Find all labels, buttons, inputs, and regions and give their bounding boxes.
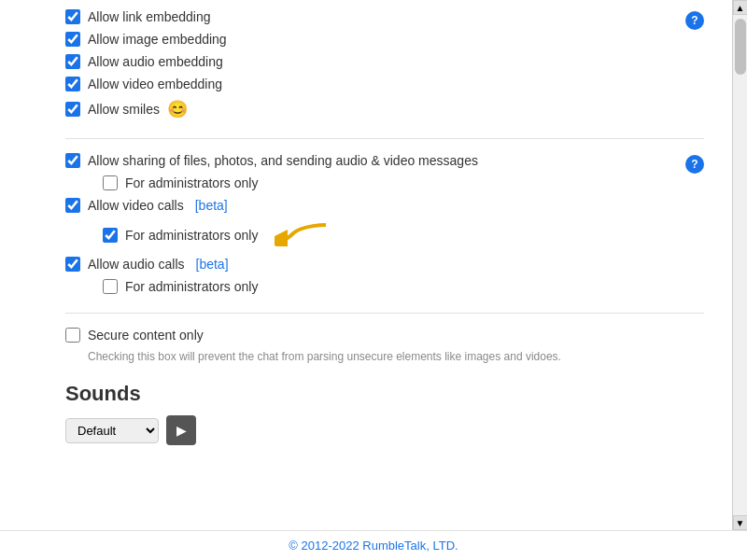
divider-2 bbox=[65, 313, 704, 314]
secure-content-label: Secure content only bbox=[88, 328, 204, 343]
video-calls-admin-only-label: For administrators only bbox=[125, 228, 258, 243]
audio-calls-admin-only-row: For administrators only bbox=[103, 279, 704, 294]
sharing-section: Allow sharing of files, photos, and send… bbox=[65, 153, 704, 294]
footer-text: © 2012-2022 RumbleTalk, LTD. bbox=[289, 539, 458, 553]
allow-video-calls-checkbox[interactable] bbox=[65, 198, 80, 213]
video-calls-beta-label: [beta] bbox=[195, 198, 228, 213]
help-icon-sharing[interactable]: ? bbox=[685, 155, 704, 174]
sounds-select[interactable]: Default bbox=[65, 418, 159, 443]
video-calls-admin-only-checkbox[interactable] bbox=[103, 228, 118, 243]
secure-content-checkbox[interactable] bbox=[65, 328, 80, 343]
main-content: Allow link embedding ? Allow image embed… bbox=[0, 0, 747, 530]
allow-sharing-checkbox[interactable] bbox=[65, 153, 80, 168]
link-embedding-row: Allow link embedding ? bbox=[65, 9, 704, 32]
allow-link-embedding-checkbox[interactable] bbox=[65, 9, 80, 24]
arrow-indicator bbox=[275, 220, 331, 249]
allow-link-embedding-label: Allow link embedding bbox=[88, 9, 211, 24]
scrollbar-thumb[interactable] bbox=[735, 19, 746, 75]
play-button[interactable]: ▶ bbox=[166, 415, 196, 445]
footer: © 2012-2022 RumbleTalk, LTD. bbox=[0, 530, 747, 560]
secure-section: Secure content only Checking this box wi… bbox=[65, 328, 704, 363]
allow-video-embedding-label: Allow video embedding bbox=[88, 77, 222, 91]
sharing-row: Allow sharing of files, photos, and send… bbox=[65, 153, 704, 175]
allow-sharing-row: Allow sharing of files, photos, and send… bbox=[65, 153, 685, 168]
allow-smiles-label: Allow smiles bbox=[88, 102, 160, 117]
sounds-section: Sounds Default ▶ bbox=[65, 382, 704, 445]
audio-calls-beta-label: [beta] bbox=[196, 257, 229, 272]
allow-audio-calls-label: Allow audio calls bbox=[88, 257, 185, 272]
allow-audio-embedding-checkbox[interactable] bbox=[65, 54, 80, 69]
allow-image-embedding-row: Allow image embedding bbox=[65, 32, 704, 47]
sharing-admin-only-checkbox[interactable] bbox=[103, 175, 118, 190]
allow-audio-embedding-row: Allow audio embedding bbox=[65, 54, 704, 69]
video-calls-admin-only-row: For administrators only bbox=[103, 220, 704, 249]
allow-image-embedding-label: Allow image embedding bbox=[88, 32, 227, 47]
embedding-section: Allow link embedding ? Allow image embed… bbox=[65, 9, 704, 119]
allow-video-calls-row: Allow video calls [beta] bbox=[65, 198, 704, 213]
audio-calls-admin-only-checkbox[interactable] bbox=[103, 279, 118, 294]
help-icon-embedding[interactable]: ? bbox=[685, 11, 704, 30]
allow-audio-calls-row: Allow audio calls [beta] bbox=[65, 257, 704, 272]
allow-video-embedding-row: Allow video embedding bbox=[65, 77, 704, 91]
sharing-admin-only-row: For administrators only bbox=[103, 175, 704, 190]
smiley-icon: 😊 bbox=[167, 99, 188, 119]
allow-sharing-label: Allow sharing of files, photos, and send… bbox=[88, 153, 478, 168]
audio-calls-admin-only-label: For administrators only bbox=[125, 279, 258, 294]
allow-video-embedding-checkbox[interactable] bbox=[65, 77, 80, 91]
page-wrapper: Allow link embedding ? Allow image embed… bbox=[0, 0, 747, 560]
secure-content-row: Secure content only bbox=[65, 328, 704, 343]
divider-1 bbox=[65, 138, 704, 139]
scrollbar-arrow-up[interactable]: ▲ bbox=[733, 0, 748, 15]
allow-smiles-row: Allow smiles 😊 bbox=[65, 99, 704, 119]
scrollbar-arrow-down[interactable]: ▼ bbox=[733, 515, 748, 530]
sounds-title: Sounds bbox=[65, 382, 704, 406]
allow-video-calls-label: Allow video calls bbox=[88, 198, 184, 213]
content-area: Allow link embedding ? Allow image embed… bbox=[0, 0, 732, 530]
sharing-admin-only-label: For administrators only bbox=[125, 175, 258, 190]
allow-audio-embedding-label: Allow audio embedding bbox=[88, 54, 223, 69]
allow-image-embedding-checkbox[interactable] bbox=[65, 32, 80, 47]
allow-link-embedding-row: Allow link embedding bbox=[65, 9, 685, 24]
allow-smiles-checkbox[interactable] bbox=[65, 102, 80, 117]
secure-description: Checking this box will prevent the chat … bbox=[88, 350, 704, 363]
allow-audio-calls-checkbox[interactable] bbox=[65, 257, 80, 272]
scrollbar: ▲ ▼ bbox=[732, 0, 747, 530]
sounds-controls: Default ▶ bbox=[65, 415, 704, 445]
